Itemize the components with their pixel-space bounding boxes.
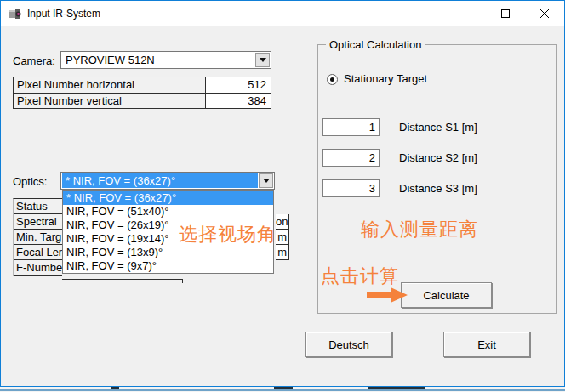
optics-combobox-dropdown-button[interactable]: [259, 173, 273, 188]
window-title: Input IR-System: [27, 8, 100, 20]
optics-combobox[interactable]: * NIR, FOV = (36x27)°: [60, 172, 275, 190]
input-ir-system-dialog: Input IR-System Camera: PYROVIEW 512N: [0, 0, 565, 387]
pixel-horizontal-value: 512: [206, 77, 271, 93]
background-window-edge: [0, 386, 565, 392]
calculate-button[interactable]: Calculate: [401, 282, 492, 308]
annotation-select-fov: 选择视场角: [179, 222, 277, 247]
pixel-horizontal-label: Pixel Number horizontal: [14, 77, 206, 93]
background-window-border: [0, 389, 565, 391]
optics-table-unit-fragment: m: [276, 245, 288, 260]
annotation-enter-distances: 输入测量距离: [361, 217, 478, 242]
camera-combobox-dropdown-button[interactable]: [255, 53, 270, 67]
pixel-vertical-label: Pixel Number vertical: [14, 94, 206, 108]
optics-data-table-right-fragment: on m m: [276, 214, 289, 260]
chevron-down-icon: [263, 179, 270, 183]
annotation-click-calculate: 点击计算: [321, 264, 399, 289]
optics-option-9x7[interactable]: NIR, FOV = (9x7)°: [63, 259, 273, 273]
background-glyphs: [111, 387, 119, 389]
deutsch-button[interactable]: Deutsch: [305, 332, 392, 357]
optics-data-table-left-fragment: Status Spectral Min. Targ Focal Ler F-Nu…: [13, 198, 62, 276]
camera-combobox-value: PYROVIEW 512N: [62, 53, 254, 67]
optical-calculation-title: Optical Calculation: [326, 38, 425, 51]
pixel-vertical-value: 384: [206, 94, 271, 108]
optics-table-row-f-number: F-Numbe: [14, 260, 62, 276]
optics-table-unit-fragment: m: [276, 230, 288, 245]
optics-table-unit-fragment: on: [276, 214, 288, 230]
stationary-target-radio[interactable]: [327, 74, 338, 85]
chevron-down-icon: [260, 58, 266, 62]
table-row: Pixel Number horizontal 512: [14, 77, 271, 93]
titlebar[interactable]: Input IR-System: [1, 1, 564, 26]
distance-s1-label: Distance S1 [m]: [399, 118, 477, 136]
optics-table-row-min-target: Min. Targ: [14, 230, 62, 245]
stationary-target-label: Stationary Target: [344, 72, 427, 85]
optics-table-row-status: Status: [14, 199, 62, 214]
optics-option-13x9[interactable]: NIR, FOV = (13x9)°: [63, 246, 273, 259]
table-row: Pixel Number vertical 384: [14, 93, 271, 108]
optics-table-column-divider: [182, 279, 183, 283]
camera-label: Camera:: [13, 54, 55, 67]
distance-s3-label: Distance S3 [m]: [399, 179, 477, 197]
optics-table-row-spectral: Spectral: [14, 214, 62, 230]
screen: Input IR-System Camera: PYROVIEW 512N: [0, 0, 565, 392]
optics-option-36x27[interactable]: * NIR, FOV = (36x27)°: [63, 191, 273, 205]
optics-table-bottom-border: [62, 279, 183, 280]
window-controls: [447, 1, 564, 26]
exit-button[interactable]: Exit: [443, 332, 530, 357]
close-button[interactable]: [525, 1, 564, 26]
optics-label: Optics:: [13, 175, 47, 188]
camera-combobox[interactable]: PYROVIEW 512N: [60, 51, 271, 69]
pixel-number-table: Pixel Number horizontal 512 Pixel Number…: [13, 77, 271, 109]
minimize-button[interactable]: [447, 1, 486, 26]
orange-arrow-icon: [367, 287, 409, 303]
distance-s1-input[interactable]: [322, 118, 380, 136]
distance-s2-input[interactable]: [322, 149, 380, 167]
ir-camera-icon: [8, 7, 22, 20]
optics-combobox-value: * NIR, FOV = (36x27)°: [62, 173, 258, 188]
optics-table-row-focal-length: Focal Ler: [14, 245, 62, 260]
maximize-button[interactable]: [486, 1, 525, 26]
distance-s2-label: Distance S2 [m]: [399, 149, 477, 167]
radio-selected-dot: [330, 77, 334, 82]
optics-option-51x40[interactable]: NIR, FOV = (51x40)°: [63, 205, 273, 219]
distance-s3-input[interactable]: [322, 179, 380, 197]
